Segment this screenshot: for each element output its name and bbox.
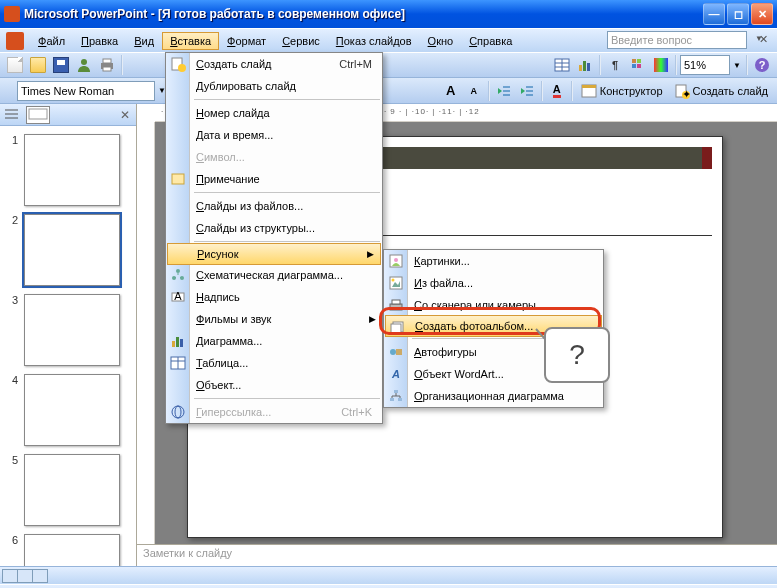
menu-вид[interactable]: Вид — [126, 32, 162, 50]
menu-item-надпись[interactable]: AНадпись — [166, 286, 382, 308]
svg-rect-41 — [172, 341, 175, 347]
thumbnail-list: 123456 — [0, 126, 136, 566]
thumb-number: 4 — [6, 374, 18, 386]
zoom-input[interactable] — [680, 55, 730, 75]
decrease-indent-button[interactable] — [493, 80, 515, 102]
menu-сервис[interactable]: Сервис — [274, 32, 328, 50]
slides-tab-icon[interactable] — [26, 106, 50, 124]
menu-item-дублировать-слайд[interactable]: Дублировать слайд — [166, 75, 382, 97]
menu-item-дата-и-время-[interactable]: Дата и время... — [166, 124, 382, 146]
close-doc-button[interactable]: ✕ — [755, 33, 771, 48]
help-search-input[interactable] — [607, 31, 747, 49]
callout-bubble: ? — [544, 327, 610, 383]
window-title: Microsoft PowerPoint - [Я готов работать… — [24, 7, 701, 21]
svg-rect-54 — [390, 304, 402, 310]
new-button[interactable] — [4, 54, 26, 76]
svg-rect-15 — [654, 58, 668, 72]
maximize-button[interactable]: ◻ — [727, 3, 749, 25]
menu-item-диаграмма-[interactable]: Диаграмма... — [166, 330, 382, 352]
menu-item-номер-слайда[interactable]: Номер слайда — [166, 102, 382, 124]
show-hide-button[interactable]: ¶ — [604, 54, 626, 76]
vertical-ruler — [137, 122, 155, 544]
close-button[interactable]: ✕ — [751, 3, 773, 25]
textbox-icon: A — [169, 288, 187, 306]
increase-font-button[interactable]: A — [440, 80, 462, 102]
chart-button[interactable] — [574, 54, 596, 76]
color-button[interactable] — [650, 54, 672, 76]
outline-tab-icon[interactable] — [4, 107, 20, 123]
menu-item-со-сканера-или-камеры-[interactable]: Со сканера или камеры... — [384, 294, 603, 316]
menu-item-рисунок[interactable]: Рисунок▶ — [167, 243, 381, 265]
zoom-dropdown[interactable]: ▼ — [731, 54, 743, 76]
menu-item-слайды-из-структуры-[interactable]: Слайды из структуры... — [166, 217, 382, 239]
menu-item-объект-[interactable]: Объект... — [166, 374, 382, 396]
menu-item-организационная-диаграмма[interactable]: Организационная диаграмма — [384, 385, 603, 407]
svg-rect-9 — [583, 61, 586, 71]
slide-thumbnail-3[interactable] — [24, 294, 120, 366]
svg-text:A: A — [391, 368, 400, 380]
help-button[interactable]: ? — [751, 54, 773, 76]
permission-button[interactable] — [73, 54, 95, 76]
scanner-icon — [387, 296, 405, 314]
print-button[interactable] — [96, 54, 118, 76]
increase-indent-button[interactable] — [516, 80, 538, 102]
grid-button[interactable] — [627, 54, 649, 76]
svg-rect-63 — [398, 398, 402, 401]
menu-окно[interactable]: Окно — [420, 32, 462, 50]
insert-menu: Создать слайдCtrl+MДублировать слайдНоме… — [165, 52, 383, 424]
thumbnail-tabs: ✕ — [0, 104, 136, 126]
svg-rect-2 — [103, 59, 111, 63]
minimize-button[interactable]: — — [703, 3, 725, 25]
new-slide-icon — [169, 55, 187, 73]
title-bar: Microsoft PowerPoint - [Я готов работать… — [0, 0, 777, 28]
menu-справка[interactable]: Справка — [461, 32, 520, 50]
chart-icon — [169, 332, 187, 350]
svg-point-53 — [392, 279, 395, 282]
slide-thumbnail-5[interactable] — [24, 454, 120, 526]
document-icon[interactable] — [6, 32, 24, 50]
decrease-font-button[interactable]: A — [463, 80, 485, 102]
menu-item-картинки-[interactable]: Картинки... — [384, 250, 603, 272]
design-button[interactable]: Конструктор — [576, 80, 668, 102]
notes-pane[interactable]: Заметки к слайду — [137, 544, 777, 566]
svg-point-34 — [178, 64, 186, 72]
menu-показ слайдов[interactable]: Показ слайдов — [328, 32, 420, 50]
normal-view-button[interactable] — [2, 569, 18, 583]
font-color-button[interactable]: A — [546, 80, 568, 102]
svg-rect-12 — [637, 59, 641, 63]
menu-формат[interactable]: Формат — [219, 32, 274, 50]
menu-item-из-файла-[interactable]: Из файла... — [384, 272, 603, 294]
diagram-icon — [169, 266, 187, 284]
menu-item-таблица-[interactable]: Таблица... — [166, 352, 382, 374]
open-button[interactable] — [27, 54, 49, 76]
menu-item-фильмы-и-звук[interactable]: Фильмы и звук▶ — [166, 308, 382, 330]
menu-файл[interactable]: Файл — [30, 32, 73, 50]
menu-item-слайды-из-файлов-[interactable]: Слайды из файлов... — [166, 195, 382, 217]
slide-thumbnail-1[interactable] — [24, 134, 120, 206]
menu-item-примечание[interactable]: Примечание — [166, 168, 382, 190]
slide-thumbnail-6[interactable] — [24, 534, 120, 566]
app-icon — [4, 6, 20, 22]
svg-rect-55 — [392, 300, 400, 304]
menu-правка[interactable]: Правка — [73, 32, 126, 50]
close-panel-button[interactable]: ✕ — [120, 108, 130, 122]
menu-вставка[interactable]: Вставка — [162, 32, 219, 50]
svg-point-47 — [172, 406, 184, 418]
new-slide-toolbar-button[interactable]: ✦Создать слайд — [669, 80, 773, 102]
sorter-view-button[interactable] — [17, 569, 33, 583]
svg-rect-3 — [103, 67, 111, 71]
svg-rect-14 — [637, 64, 641, 68]
slide-thumbnail-2[interactable] — [24, 214, 120, 286]
slideshow-view-button[interactable] — [32, 569, 48, 583]
tables-button[interactable] — [551, 54, 573, 76]
toolbar-handle[interactable] — [4, 80, 10, 102]
menu-item-создать-слайд[interactable]: Создать слайдCtrl+M — [166, 53, 382, 75]
svg-rect-57 — [391, 324, 401, 334]
svg-rect-10 — [587, 63, 590, 71]
font-selector[interactable] — [17, 81, 155, 101]
menu-item-символ-: Символ... — [166, 146, 382, 168]
thumb-number: 2 — [6, 214, 18, 226]
slide-thumbnail-4[interactable] — [24, 374, 120, 446]
menu-item-схематическая-диаграмма-[interactable]: Схематическая диаграмма... — [166, 264, 382, 286]
save-button[interactable] — [50, 54, 72, 76]
